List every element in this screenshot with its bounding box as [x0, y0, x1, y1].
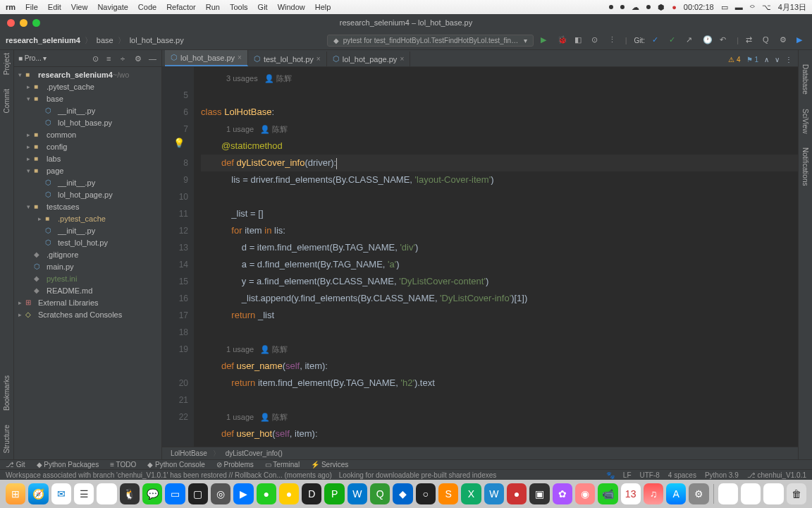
code-with-me-button[interactable]: ⇄ — [746, 35, 756, 45]
tree-item[interactable]: ▸■labs — [14, 152, 161, 164]
run-configuration-dropdown[interactable]: ◆ pytest for test_findHotByLol.TestFindH… — [327, 35, 534, 47]
edit-menu[interactable]: Edit — [48, 3, 61, 11]
view-menu[interactable]: View — [71, 3, 88, 11]
tree-item[interactable]: ⬡main.py — [14, 260, 161, 272]
tree-item[interactable]: ◆.gitignore — [14, 248, 161, 260]
next-highlight-icon[interactable]: ∨ — [775, 56, 780, 64]
git-toolwindow-button[interactable]: ⎇ Git — [6, 461, 25, 468]
run-anything-button[interactable]: ▶ — [796, 35, 806, 45]
tree-item[interactable]: ▾■testcases — [14, 200, 161, 212]
dock-chrome3[interactable]: ◉ — [741, 483, 761, 504]
tree-item[interactable]: ⬡__init__.py — [14, 176, 161, 188]
dock-app[interactable]: ◉ — [575, 483, 595, 504]
tree-item[interactable]: ⬡test_lol_hot.py — [14, 236, 161, 248]
close-window-button[interactable] — [7, 19, 15, 27]
navigate-menu[interactable]: Navigate — [97, 3, 128, 11]
dock-webstorm[interactable]: W — [347, 483, 367, 504]
dock-calendar[interactable]: 13 — [621, 483, 641, 504]
run-menu[interactable]: Run — [206, 3, 220, 11]
dock-sublime[interactable]: S — [438, 483, 458, 504]
help-menu[interactable]: Help — [315, 3, 331, 11]
rollback-button[interactable]: ↶ — [720, 35, 730, 45]
python-packages-button[interactable]: ◆ Python Packages — [37, 461, 99, 468]
maximize-window-button[interactable] — [32, 19, 40, 27]
dock-app[interactable]: ● — [257, 483, 276, 504]
python-console-button[interactable]: ◆ Python Console — [147, 461, 204, 468]
tree-item[interactable]: ▾■page — [14, 164, 161, 176]
commit-toolwindow-button[interactable]: Commit — [3, 89, 11, 113]
breadcrumb-item[interactable]: base — [97, 36, 113, 44]
tree-item[interactable]: ▸■.pytest_cache — [14, 80, 161, 92]
close-tab-icon[interactable]: × — [400, 55, 404, 63]
status-git-branch[interactable]: ⎇ chenhui_V1.0.1 — [747, 471, 806, 479]
tree-item[interactable]: ▸■.pytest_cache — [14, 212, 161, 224]
file-menu[interactable]: File — [25, 3, 38, 11]
dock-app[interactable]: ▣ — [529, 483, 549, 504]
dock-app[interactable]: ✿ — [553, 483, 572, 504]
bookmarks-toolwindow-button[interactable]: Bookmarks — [3, 375, 11, 411]
run-button[interactable]: ▶ — [541, 35, 550, 45]
project-toolwindow-button[interactable]: Project — [3, 53, 11, 75]
settings-icon[interactable]: ⚙ — [135, 54, 143, 63]
dock-meeting[interactable]: ▭ — [165, 483, 185, 504]
dock-app[interactable]: ● — [507, 483, 527, 504]
dock-trash[interactable]: 🗑 — [787, 483, 806, 504]
coverage-button[interactable]: ◧ — [574, 35, 584, 45]
editor-tab[interactable]: ⬡ lol_hot_page.py × — [327, 52, 411, 66]
dock-chrome[interactable]: ◉ — [97, 483, 116, 504]
hide-icon[interactable]: — — [149, 54, 157, 63]
line-number-gutter[interactable]: 567891011121314151617181920212223 — [162, 67, 194, 447]
dock-settings[interactable]: ⚙ — [689, 483, 708, 504]
refactor-menu[interactable]: Refactor — [166, 3, 196, 11]
breadcrumb-item[interactable]: research_selenium4 — [6, 36, 80, 44]
breadcrumb[interactable]: research_selenium4 〉 base 〉 lol_hot_base… — [6, 35, 184, 46]
dock-safari[interactable]: 🧭 — [28, 483, 48, 504]
dock-terminal[interactable]: ▢ — [188, 483, 208, 504]
status-interpreter[interactable]: Python 3.9 — [705, 471, 739, 479]
dock-wechat[interactable]: 💬 — [142, 483, 162, 504]
editor-more-icon[interactable]: ⋮ — [785, 56, 792, 64]
status-indent[interactable]: 4 spaces — [668, 471, 696, 479]
tree-item[interactable]: ⬡lol_hot_page.py — [14, 188, 161, 200]
tree-item[interactable]: ⬡__init__.py — [14, 104, 161, 116]
tree-item[interactable]: ▾■base — [14, 92, 161, 104]
weak-warning-indicator[interactable]: ⚑ 1 — [746, 56, 758, 64]
settings-button[interactable]: ⚙ — [780, 35, 789, 45]
code-menu[interactable]: Code — [138, 3, 156, 11]
problems-button[interactable]: ⊘ Problems — [216, 461, 254, 468]
dock-launchpad[interactable]: ⊞ — [6, 483, 25, 504]
breadcrumb-class[interactable]: LolHotBase — [171, 449, 207, 457]
collapse-all-icon[interactable]: ÷ — [121, 54, 129, 63]
dock-excel[interactable]: X — [461, 483, 481, 504]
dock-word[interactable]: W — [484, 483, 504, 504]
dock-notes[interactable]: ☰ — [74, 483, 94, 504]
tools-menu[interactable]: Tools — [230, 3, 248, 11]
tree-item[interactable]: ▸■config — [14, 140, 161, 152]
dock-app[interactable]: ▶ — [233, 483, 253, 504]
intention-bulb-icon[interactable]: 💡 — [173, 138, 185, 148]
dock-chrome4[interactable]: ◉ — [763, 483, 783, 504]
tree-item[interactable]: ⬡__init__.py — [14, 224, 161, 236]
minimize-window-button[interactable] — [20, 19, 27, 27]
select-opened-file-icon[interactable]: ⊙ — [92, 54, 101, 63]
dock-pycharm[interactable]: P — [324, 483, 344, 504]
dock-mail[interactable]: ✉ — [51, 483, 71, 504]
status-encoding[interactable]: UTF-8 — [640, 471, 660, 479]
database-toolwindow-button[interactable]: Database — [801, 64, 809, 95]
profile-button[interactable]: ⊙ — [591, 35, 601, 45]
dock-app[interactable]: ○ — [416, 483, 436, 504]
close-tab-icon[interactable]: × — [238, 54, 242, 61]
editor-breadcrumb[interactable]: LolHotBase 〉 dyListCover_info() — [162, 447, 798, 459]
dock-app[interactable]: ◆ — [393, 483, 412, 504]
breadcrumb-method[interactable]: dyListCover_info() — [226, 449, 283, 457]
tree-root[interactable]: ▾■research_selenium4 ~/wo — [14, 68, 161, 80]
dock-qq[interactable]: 🐧 — [120, 483, 140, 504]
commit-button[interactable]: ✓ — [669, 35, 679, 45]
tree-item[interactable]: ◆README.md — [14, 284, 161, 296]
editor-tab[interactable]: ⬡ test_lol_hot.py × — [248, 52, 327, 66]
dock-facetime[interactable]: 📹 — [598, 483, 617, 504]
dock-datagrip[interactable]: D — [302, 483, 321, 504]
editor-tab-active[interactable]: ⬡ lol_hot_base.py × — [165, 50, 248, 66]
notifications-toolwindow-button[interactable]: Notifications — [801, 147, 809, 186]
dock-chrome2[interactable]: ◉ — [718, 483, 738, 504]
